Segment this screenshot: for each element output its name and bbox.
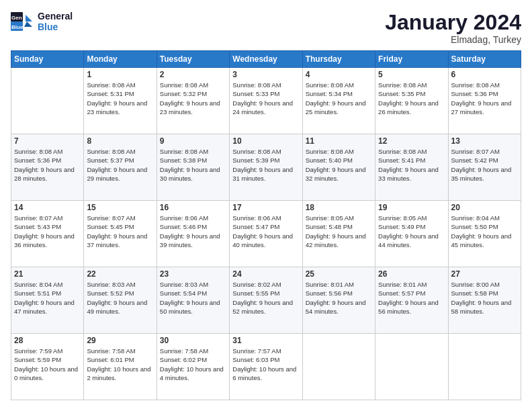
day-number: 7 (14, 136, 81, 146)
cell-info: Sunrise: 8:08 AM Sunset: 5:39 PM Dayligh… (232, 147, 299, 183)
cell-info: Sunrise: 8:03 AM Sunset: 5:54 PM Dayligh… (160, 280, 226, 316)
calendar-cell (302, 334, 375, 400)
day-number: 2 (160, 70, 226, 79)
week-row-0: 1 Sunrise: 8:08 AM Sunset: 5:31 PM Dayli… (11, 68, 521, 134)
day-number: 27 (451, 269, 518, 279)
logo-blue: Blue (38, 21, 73, 32)
header: Gen Blue General Blue January 2024 Elmad… (11, 11, 521, 45)
day-number: 4 (306, 70, 372, 79)
calendar-cell: 3 Sunrise: 8:08 AM Sunset: 5:33 PM Dayli… (230, 68, 302, 134)
day-number: 20 (451, 203, 518, 212)
day-number: 18 (306, 203, 372, 212)
day-number: 5 (378, 70, 445, 79)
cell-info: Sunrise: 8:07 AM Sunset: 5:42 PM Dayligh… (451, 147, 518, 183)
day-number: 15 (87, 203, 153, 212)
calendar-cell: 15 Sunrise: 8:07 AM Sunset: 5:45 PM Dayl… (84, 201, 157, 267)
day-number: 22 (87, 269, 153, 279)
calendar-cell: 24 Sunrise: 8:02 AM Sunset: 5:55 PM Dayl… (230, 267, 302, 334)
calendar-cell: 21 Sunrise: 8:04 AM Sunset: 5:51 PM Dayl… (11, 267, 84, 334)
day-number: 24 (232, 269, 299, 279)
day-number: 29 (87, 336, 153, 345)
cell-info: Sunrise: 8:08 AM Sunset: 5:36 PM Dayligh… (451, 81, 518, 116)
cell-info: Sunrise: 8:07 AM Sunset: 5:45 PM Dayligh… (87, 214, 153, 249)
week-row-1: 7 Sunrise: 8:08 AM Sunset: 5:36 PM Dayli… (11, 134, 521, 201)
day-number: 31 (232, 336, 299, 345)
calendar-cell: 19 Sunrise: 8:05 AM Sunset: 5:49 PM Dayl… (375, 201, 448, 267)
calendar-cell: 2 Sunrise: 8:08 AM Sunset: 5:32 PM Dayli… (157, 68, 229, 134)
calendar-cell: 12 Sunrise: 8:08 AM Sunset: 5:41 PM Dayl… (375, 134, 448, 201)
svg-text:Gen: Gen (11, 15, 22, 21)
calendar-cell: 18 Sunrise: 8:05 AM Sunset: 5:48 PM Dayl… (302, 201, 375, 267)
cell-info: Sunrise: 8:08 AM Sunset: 5:32 PM Dayligh… (160, 81, 226, 116)
cell-info: Sunrise: 8:03 AM Sunset: 5:52 PM Dayligh… (87, 280, 153, 316)
calendar-cell: 13 Sunrise: 8:07 AM Sunset: 5:42 PM Dayl… (448, 134, 521, 201)
calendar-cell: 22 Sunrise: 8:03 AM Sunset: 5:52 PM Dayl… (84, 267, 157, 334)
day-number: 12 (378, 136, 445, 146)
weekday-header-row: SundayMondayTuesdayWednesdayThursdayFrid… (11, 51, 521, 68)
day-number: 1 (87, 70, 153, 79)
weekday-sunday: Sunday (11, 51, 84, 68)
cell-info: Sunrise: 8:08 AM Sunset: 5:38 PM Dayligh… (160, 147, 226, 183)
day-number: 8 (87, 136, 153, 146)
svg-marker-4 (26, 15, 32, 21)
month-title: January 2024 (385, 11, 521, 34)
weekday-friday: Friday (375, 51, 448, 68)
calendar-cell: 17 Sunrise: 8:06 AM Sunset: 5:47 PM Dayl… (230, 201, 302, 267)
day-number: 11 (306, 136, 372, 146)
svg-marker-5 (24, 21, 32, 27)
day-number: 19 (378, 203, 445, 212)
calendar-cell: 6 Sunrise: 8:08 AM Sunset: 5:36 PM Dayli… (448, 68, 521, 134)
cell-info: Sunrise: 8:08 AM Sunset: 5:35 PM Dayligh… (378, 81, 445, 116)
day-number: 16 (160, 203, 226, 212)
calendar-cell: 9 Sunrise: 8:08 AM Sunset: 5:38 PM Dayli… (157, 134, 229, 201)
calendar-cell: 30 Sunrise: 7:58 AM Sunset: 6:02 PM Dayl… (157, 334, 229, 400)
cell-info: Sunrise: 8:05 AM Sunset: 5:48 PM Dayligh… (306, 214, 372, 249)
calendar-cell: 25 Sunrise: 8:01 AM Sunset: 5:56 PM Dayl… (302, 267, 375, 334)
cell-info: Sunrise: 8:08 AM Sunset: 5:40 PM Dayligh… (306, 147, 372, 183)
weekday-tuesday: Tuesday (157, 51, 229, 68)
calendar-cell: 27 Sunrise: 8:00 AM Sunset: 5:58 PM Dayl… (448, 267, 521, 334)
cell-info: Sunrise: 8:06 AM Sunset: 5:47 PM Dayligh… (232, 214, 299, 249)
cell-info: Sunrise: 8:08 AM Sunset: 5:34 PM Dayligh… (306, 81, 372, 116)
cell-info: Sunrise: 8:06 AM Sunset: 5:46 PM Dayligh… (160, 214, 226, 249)
logo-general: General (38, 11, 73, 21)
cell-info: Sunrise: 7:57 AM Sunset: 6:03 PM Dayligh… (232, 347, 299, 382)
cell-info: Sunrise: 8:04 AM Sunset: 5:51 PM Dayligh… (14, 280, 81, 316)
cell-info: Sunrise: 8:01 AM Sunset: 5:57 PM Dayligh… (378, 280, 445, 316)
weekday-saturday: Saturday (448, 51, 521, 68)
calendar-table: SundayMondayTuesdayWednesdayThursdayFrid… (11, 50, 521, 400)
cell-info: Sunrise: 8:01 AM Sunset: 5:56 PM Dayligh… (306, 280, 372, 316)
cell-info: Sunrise: 8:07 AM Sunset: 5:43 PM Dayligh… (14, 214, 81, 249)
day-number: 3 (232, 70, 299, 79)
cell-info: Sunrise: 7:58 AM Sunset: 6:02 PM Dayligh… (160, 347, 226, 382)
calendar-cell: 8 Sunrise: 8:08 AM Sunset: 5:37 PM Dayli… (84, 134, 157, 201)
calendar-cell: 1 Sunrise: 8:08 AM Sunset: 5:31 PM Dayli… (84, 68, 157, 134)
calendar-cell: 7 Sunrise: 8:08 AM Sunset: 5:36 PM Dayli… (11, 134, 84, 201)
calendar-cell: 10 Sunrise: 8:08 AM Sunset: 5:39 PM Dayl… (230, 134, 302, 201)
day-number: 9 (160, 136, 226, 146)
location: Elmadag, Turkey (385, 34, 521, 45)
calendar-cell: 20 Sunrise: 8:04 AM Sunset: 5:50 PM Dayl… (448, 201, 521, 267)
page: Gen Blue General Blue January 2024 Elmad… (0, 0, 532, 411)
cell-info: Sunrise: 7:59 AM Sunset: 5:59 PM Dayligh… (14, 347, 81, 382)
calendar-cell: 4 Sunrise: 8:08 AM Sunset: 5:34 PM Dayli… (302, 68, 375, 134)
calendar-cell: 11 Sunrise: 8:08 AM Sunset: 5:40 PM Dayl… (302, 134, 375, 201)
week-row-2: 14 Sunrise: 8:07 AM Sunset: 5:43 PM Dayl… (11, 201, 521, 267)
title-block: January 2024 Elmadag, Turkey (385, 11, 521, 45)
calendar-cell: 28 Sunrise: 7:59 AM Sunset: 5:59 PM Dayl… (11, 334, 84, 400)
cell-info: Sunrise: 8:08 AM Sunset: 5:41 PM Dayligh… (378, 147, 445, 183)
svg-text:Blue: Blue (11, 24, 24, 30)
day-number: 26 (378, 269, 445, 279)
calendar-cell (448, 334, 521, 400)
day-number: 10 (232, 136, 299, 146)
calendar-cell: 29 Sunrise: 7:58 AM Sunset: 6:01 PM Dayl… (84, 334, 157, 400)
day-number: 6 (451, 70, 518, 79)
day-number: 13 (451, 136, 518, 146)
day-number: 17 (232, 203, 299, 212)
cell-info: Sunrise: 8:04 AM Sunset: 5:50 PM Dayligh… (451, 214, 518, 249)
cell-info: Sunrise: 8:00 AM Sunset: 5:58 PM Dayligh… (451, 280, 518, 316)
cell-info: Sunrise: 8:08 AM Sunset: 5:33 PM Dayligh… (232, 81, 299, 116)
calendar-cell: 26 Sunrise: 8:01 AM Sunset: 5:57 PM Dayl… (375, 267, 448, 334)
day-number: 28 (14, 336, 81, 345)
calendar-cell: 31 Sunrise: 7:57 AM Sunset: 6:03 PM Dayl… (230, 334, 302, 400)
